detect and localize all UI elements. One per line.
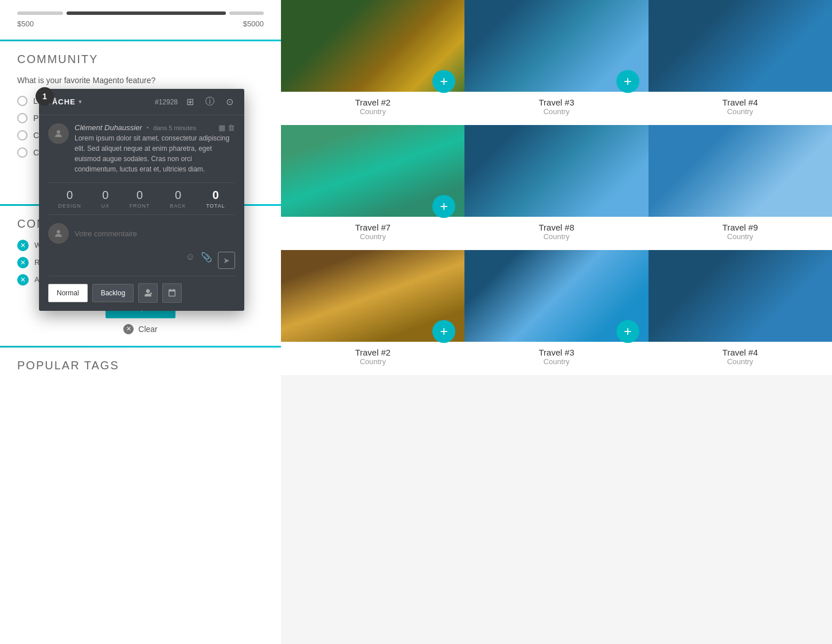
product-title-travel3-top: Travel #3 [464,97,648,107]
price-min: $500 [17,19,34,28]
product-card-travel3-top: + Travel #3 Country [464,0,648,125]
chevron-down-icon[interactable]: ▾ [79,98,82,106]
comment-meta-icons: ▦ 🗑 [218,123,235,132]
remove-icon-1[interactable]: ✕ [17,240,29,251]
panel-task-id: #12928 [155,98,178,106]
add-user-icon-button[interactable] [138,283,158,303]
score-front: 0 FRONT [130,189,150,209]
calendar-icon-button[interactable] [162,283,182,303]
product-title-travel7: Travel #7 [281,223,464,232]
score-back-label: BACK [170,203,186,209]
score-back-value: 0 [170,189,186,202]
price-labels: $500 $5000 [17,19,264,28]
comment-author-row: Clément Duhaussier • dans 5 minutes ▦ 🗑 [75,123,235,132]
product-card-travel2-top: + Travel #2 Country [281,0,464,125]
send-button[interactable]: ➤ [218,252,235,269]
product-image-travel-extra [649,0,832,92]
score-back: 0 BACK [170,189,186,209]
product-info-travel9: Travel #9 Country [649,217,832,250]
radio-category-mgmt[interactable] [17,130,28,140]
status-backlog-button[interactable]: Backlog [92,284,134,302]
radio-compare-products[interactable] [17,147,28,158]
svg-point-0 [57,130,60,134]
community-title: COMMUNITY [17,53,264,66]
comment-delete-icon[interactable]: 🗑 [228,123,235,132]
product-title-travel3-bot: Travel #3 [464,348,648,357]
product-info-travel8: Travel #8 Country [464,217,648,250]
product-subtitle-travel3-top: Country [464,107,648,116]
product-subtitle-travel-extra: Country [649,107,832,116]
product-image-travel-bot3 [649,250,832,342]
clear-text[interactable]: Clear [138,325,157,334]
comment-calendar-icon[interactable]: ▦ [218,123,225,132]
score-row: 0 DESIGN 0 UX 0 FRONT 0 BACK 0 TOTAL [48,182,235,215]
svg-point-1 [57,230,60,233]
input-actions: ☺ 📎 ➤ [48,252,235,276]
commenter-avatar [48,223,69,244]
product-card-travel9: Travel #9 Country [649,125,832,250]
clear-row: ✕ Clear [17,324,264,334]
score-front-label: FRONT [130,203,150,209]
status-row: Normal Backlog [48,283,235,303]
product-subtitle-travel3-bot: Country [464,357,648,366]
comment-row: Clément Duhaussier • dans 5 minutes ▦ 🗑 … [48,123,235,174]
product-card-travel-bot3: Travel #4 Country [649,250,832,375]
add-travel3-top-button[interactable]: + [616,70,639,93]
score-design: 0 DESIGN [58,189,81,209]
product-subtitle-travel8: Country [464,232,648,241]
score-ux: 0 UX [101,189,110,209]
price-range-slider[interactable] [17,11,264,15]
product-card-travel-extra: Travel #4 Country [649,0,832,125]
emoji-icon[interactable]: ☺ [186,252,195,269]
add-travel3-bot-button[interactable]: + [616,320,639,343]
product-title-travel-bot3: Travel #4 [649,348,832,357]
product-info-travel3-bot: Travel #3 Country [464,342,648,375]
notification-badge[interactable]: 1 [36,87,54,106]
product-info-travel2-top: Travel #2 Country [281,92,464,125]
comment-text: Lorem ipsum dolor sit amet, consectetur … [75,133,235,174]
overlay-panel: TÂCHE ▾ #12928 ⊞ ⓘ ⊙ Clément Duhaussier … [39,89,244,311]
product-image-travel8 [464,125,648,217]
panel-info-icon[interactable]: ⓘ [202,95,217,109]
comment-input-row[interactable] [48,223,235,244]
score-design-value: 0 [58,189,81,202]
community-question: What is your favorite Magento feature? [17,75,264,87]
remove-icon-3[interactable]: ✕ [17,274,29,286]
popular-section: POPULAR TAGS [0,348,281,372]
panel-camera-icon[interactable]: ⊙ [223,95,236,108]
product-info-travel7: Travel #7 Country [281,217,464,250]
comment-time: dans 5 minutes [153,124,196,131]
product-card-travel3-bot: + Travel #3 Country [464,250,648,375]
remove-icon-2[interactable]: ✕ [17,257,29,268]
product-grid: + Travel #2 Country + Travel #3 Country … [281,0,832,375]
comment-input-field[interactable] [75,223,235,244]
score-total-label: TOTAL [206,203,225,209]
score-ux-value: 0 [101,189,110,202]
score-total: 0 TOTAL [206,189,225,209]
panel-header: TÂCHE ▾ #12928 ⊞ ⓘ ⊙ [39,89,244,115]
main-content: + Travel #2 Country + Travel #3 Country … [281,0,832,644]
popular-title: POPULAR TAGS [17,359,264,372]
comment-author: Clément Duhaussier [75,123,142,132]
avatar [48,123,69,144]
panel-body: Clément Duhaussier • dans 5 minutes ▦ 🗑 … [39,115,244,311]
product-subtitle-travel2-bot: Country [281,357,464,366]
product-info-travel-bot3: Travel #4 Country [649,342,832,375]
product-info-travel2-bot: Travel #2 Country [281,342,464,375]
price-range-area: $500 $5000 [0,0,281,40]
status-normal-button[interactable]: Normal [48,284,88,302]
radio-layered-nav[interactable] [17,96,28,106]
product-card-travel8: Travel #8 Country [464,125,648,250]
radio-price-rules[interactable] [17,113,28,123]
clear-icon: ✕ [123,324,134,334]
product-card-travel2-bot: + Travel #2 Country [281,250,464,375]
price-max: $5000 [243,19,264,28]
product-title-travel8: Travel #8 [464,223,648,232]
product-subtitle-travel2-top: Country [281,107,464,116]
product-image-travel9 [649,125,832,217]
panel-layout-icon[interactable]: ⊞ [183,95,197,108]
product-info-travel3-top: Travel #3 Country [464,92,648,125]
attachment-icon[interactable]: 📎 [201,252,212,269]
score-design-label: DESIGN [58,203,81,209]
product-info-travel-extra: Travel #4 Country [649,92,832,125]
